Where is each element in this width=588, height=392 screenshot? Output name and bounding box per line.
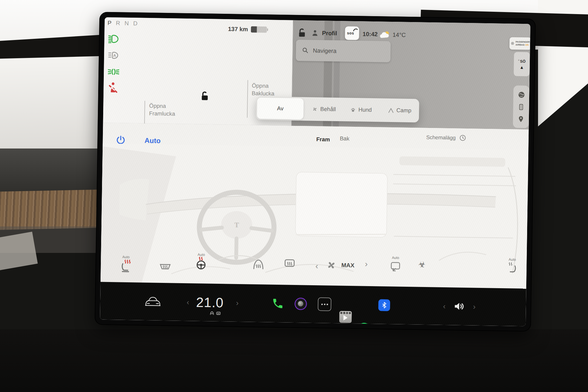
unlock-icon[interactable] [199, 91, 211, 103]
driver-seat-heater-button[interactable] [119, 259, 133, 273]
steering-heater-group: Auto [194, 253, 208, 271]
air-distribution-auto-label: Auto [389, 256, 402, 260]
fan-icon [325, 259, 338, 271]
keep-climate-icon [312, 106, 318, 112]
defrost-status-indicators [209, 311, 221, 316]
outside-temperature: 14°C [392, 31, 406, 39]
sos-phone-icon [353, 27, 358, 33]
gear-r: R [116, 20, 120, 26]
front-defrost-button[interactable] [251, 257, 266, 271]
open-frunk-line1: Öppna [149, 102, 175, 110]
lock-status-icon[interactable] [295, 27, 306, 38]
airbag-status: ON [525, 44, 529, 46]
airbag-line1: PASSENGER [516, 41, 530, 44]
schedule-button[interactable]: Schemalägg [426, 134, 466, 141]
navigation-search[interactable]: Navigera [296, 40, 391, 62]
profile-label: Profil [322, 30, 337, 37]
profile-icon [311, 29, 319, 37]
tab-front[interactable]: Fram [316, 136, 330, 143]
sos-button[interactable]: sos [345, 26, 359, 40]
mode-keep-button[interactable]: Behåll [305, 98, 343, 120]
open-frunk-button[interactable]: Öppna Framlucka [149, 102, 175, 118]
gear-indicator: P R N D [108, 20, 138, 27]
volume-button[interactable] [453, 300, 466, 313]
climate-panel: Auto Fram Bak Schemalägg T [101, 123, 529, 289]
range-text: 137 km [228, 26, 248, 33]
air-distribution-group: Auto [389, 256, 402, 273]
open-trunk-line2: Baklucka [252, 89, 275, 97]
spotify-app-icon[interactable] [358, 323, 370, 326]
open-trunk-button[interactable]: Öppna Baklucka [252, 82, 275, 97]
map-tools-rail [513, 86, 529, 128]
mini-rear-defrost-icon [216, 311, 221, 316]
fan-increase-button[interactable]: › [365, 260, 368, 268]
profile-button[interactable]: Profil [311, 29, 337, 37]
dashboard-wood-trim [0, 189, 106, 230]
air-distribution-button[interactable] [389, 260, 402, 273]
interior-footwell [0, 329, 588, 392]
camp-mode-icon [388, 107, 394, 113]
volume-up-button[interactable]: › [473, 303, 476, 310]
gear-n: N [124, 20, 129, 27]
screen-content: P R N D 137 km A [100, 17, 530, 326]
weather-icon [378, 30, 390, 39]
temp-decrease-button[interactable]: ‹ [187, 298, 189, 306]
search-placeholder: Navigera [313, 47, 336, 54]
wiper-defrost-button[interactable] [158, 260, 172, 273]
rear-defrost-button[interactable] [283, 256, 297, 270]
temp-increase-button[interactable]: › [236, 299, 239, 307]
battery-icon [251, 26, 267, 33]
dashcam-app-icon[interactable] [295, 298, 307, 310]
position-lights-icon [107, 66, 120, 78]
schedule-label: Schemalägg [426, 134, 456, 141]
climate-mode-selector: Av Behåll Hund Camp [256, 96, 419, 123]
lanes-icon[interactable] [517, 103, 525, 111]
passenger-seat-heater-button[interactable] [506, 261, 519, 274]
svg-text:A: A [113, 53, 116, 58]
dog-mode-icon [350, 106, 356, 113]
steering-heater-button[interactable] [194, 257, 208, 271]
cabin-temperature[interactable]: 21.0 [196, 294, 224, 311]
passenger-seat-auto-label: Auto [506, 257, 518, 262]
compass-degree-mark: ° [518, 59, 519, 62]
mode-camp-button[interactable]: Camp [382, 100, 418, 121]
fan-decrease-button[interactable]: ‹ [315, 262, 318, 270]
vehicle-controls-button[interactable] [144, 295, 162, 308]
open-trunk-line1: Öppna [252, 82, 275, 90]
theater-app-icon[interactable] [339, 311, 352, 323]
dashboard-mid-left [0, 149, 106, 196]
airbag-icon [511, 40, 514, 46]
steering-heater-auto-label: Auto [194, 253, 208, 257]
mini-front-defrost-icon [209, 311, 214, 316]
svg-text:T: T [234, 221, 239, 229]
map-pin-icon[interactable] [517, 115, 525, 123]
mode-camp-label: Camp [396, 107, 411, 114]
battery-range: 137 km [228, 26, 267, 33]
airbag-line2: AIRBAG [515, 44, 524, 46]
app-drawer-button[interactable] [318, 297, 332, 311]
seatbelt-warning-icon [107, 81, 120, 94]
dashboard-top-left [0, 56, 111, 156]
bioweapon-defense-button[interactable]: ☣ [418, 261, 426, 269]
clock-time: 10:42 [363, 31, 378, 38]
volume-down-button[interactable]: ‹ [443, 302, 446, 310]
mode-off-button[interactable]: Av [257, 98, 304, 119]
app-launcher-bar: ‹ 21.0 › [100, 282, 526, 326]
seat-heater-auto-label: Auto [119, 255, 133, 259]
driver-seat-heater-group: Auto [119, 255, 133, 273]
tesla-touchscreen: P R N D 137 km A [95, 12, 536, 331]
fan-speed-value: MAX [341, 262, 355, 269]
schedule-clock-icon [459, 134, 466, 141]
climate-auto-button[interactable]: Auto [144, 136, 161, 145]
bluetooth-app-icon[interactable] [378, 299, 390, 311]
phone-app-icon[interactable] [272, 297, 284, 310]
mode-dog-button[interactable]: Hund [343, 99, 378, 121]
map-compass-button[interactable]: ° SÖ ▲ [514, 52, 530, 76]
compass-direction: SÖ [520, 59, 526, 63]
passenger-seat-heater-group: Auto [506, 257, 519, 274]
tab-rear[interactable]: Bak [340, 135, 350, 142]
search-icon [302, 47, 309, 54]
globe-icon[interactable] [517, 91, 525, 99]
low-beam-icon [108, 33, 121, 45]
passenger-airbag-badge: PASSENGER AIRBAG ON [510, 37, 530, 50]
